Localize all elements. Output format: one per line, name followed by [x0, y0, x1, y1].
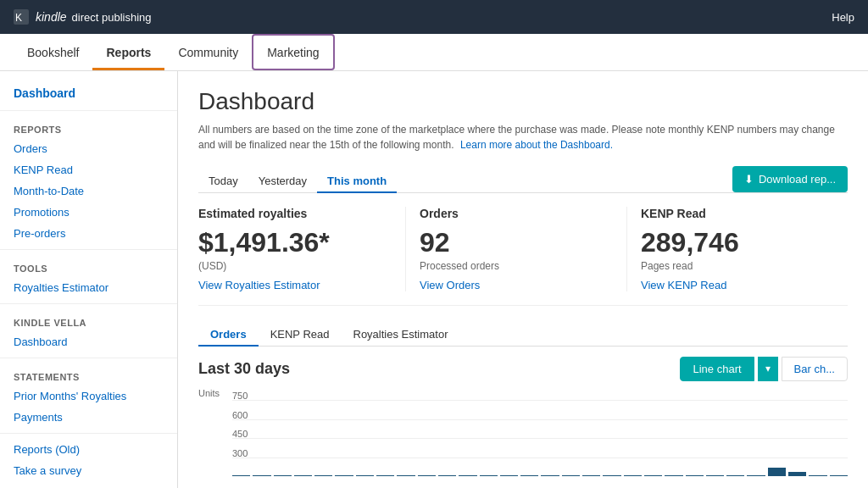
- stat-orders: Orders 92 Processed orders View Orders: [420, 207, 627, 291]
- stat-royalties-link[interactable]: View Royalties Estimator: [198, 279, 320, 291]
- tab-today[interactable]: Today: [198, 169, 248, 192]
- chart-bar-3: [294, 475, 312, 476]
- learn-more-link[interactable]: Learn more about the Dashboard.: [460, 139, 613, 151]
- stat-orders-label: Orders: [420, 207, 613, 220]
- chart-bar-7: [376, 475, 394, 476]
- sidebar: Dashboard REPORTS Orders KENP Read Month…: [0, 71, 178, 488]
- chart-bar-16: [562, 475, 580, 476]
- chart-bar-14: [520, 475, 538, 476]
- chart-tabs: Orders KENP Read Royalties Estimator: [198, 323, 848, 347]
- content-area: Dashboard All numbers are based on the t…: [178, 71, 868, 488]
- stat-kenp-sub: Pages read: [641, 260, 834, 272]
- stat-kenp: KENP Read 289,746 Pages read View KENP R…: [641, 207, 848, 291]
- bars-container: [232, 400, 848, 476]
- download-icon: ⬇: [744, 173, 754, 186]
- stat-kenp-link[interactable]: View KENP Read: [641, 279, 726, 291]
- logo-kindle-text: kindle: [36, 10, 67, 24]
- chart-bar-1: [253, 475, 270, 476]
- kdp-logo: K kindle direct publishing: [14, 9, 152, 25]
- chart-bar-2: [274, 475, 292, 476]
- dropdown-arrow-icon[interactable]: ▾: [758, 357, 778, 381]
- chart-bar-19: [624, 475, 642, 476]
- chart-bar-17: [582, 475, 600, 476]
- time-filter-tabs: Today Yesterday This month: [198, 169, 397, 192]
- chart-bar-18: [603, 475, 620, 476]
- tab-marketing[interactable]: Marketing: [252, 34, 334, 70]
- sidebar-link-preorders[interactable]: Pre-orders: [0, 223, 177, 244]
- chart-bar-25: [747, 475, 765, 476]
- chart-bar-28: [809, 475, 826, 476]
- sidebar-section-vella: KINDLE VELLA: [0, 309, 177, 331]
- nav-tabs: Bookshelf Reports Community Marketing: [0, 34, 868, 71]
- chart-bar-10: [438, 475, 456, 476]
- stat-royalties-value: $1,491.36*: [198, 227, 392, 258]
- stat-orders-link[interactable]: View Orders: [420, 279, 480, 291]
- chart-bar-15: [541, 475, 559, 476]
- sidebar-link-kenp-read[interactable]: KENP Read: [0, 159, 177, 180]
- chart-bar-29: [830, 475, 848, 476]
- chart-bar-9: [418, 475, 436, 476]
- chart-tab-kenp[interactable]: KENP Read: [259, 323, 342, 346]
- sidebar-link-orders[interactable]: Orders: [0, 138, 177, 159]
- chart-bar-23: [706, 475, 724, 476]
- logo-icon: K: [14, 9, 29, 25]
- chart-bar-20: [644, 475, 662, 476]
- chart-title: Last 30 days: [198, 360, 290, 378]
- page-title: Dashboard: [198, 88, 848, 115]
- download-report-button[interactable]: ⬇ Download rep...: [732, 166, 848, 192]
- top-bar: K kindle direct publishing Help: [0, 0, 868, 34]
- stat-royalties: Estimated royalties $1,491.36* (USD) Vie…: [198, 207, 406, 291]
- sidebar-link-month-to-date[interactable]: Month-to-Date: [0, 180, 177, 202]
- sidebar-divider-3: [0, 303, 177, 304]
- main-layout: Dashboard REPORTS Orders KENP Read Month…: [0, 71, 868, 488]
- chart-area: Units 750 600 450 300: [198, 388, 848, 488]
- tab-bookshelf[interactable]: Bookshelf: [14, 34, 92, 70]
- sidebar-link-royalties-estimator[interactable]: Royalties Estimator: [0, 277, 177, 298]
- chart-bar-6: [356, 475, 374, 476]
- chart-bar-27: [788, 472, 806, 476]
- chart-bar-0: [232, 475, 250, 476]
- stat-kenp-label: KENP Read: [641, 207, 834, 220]
- sidebar-active-link[interactable]: Dashboard: [0, 81, 177, 105]
- stats-row: Estimated royalties $1,491.36* (USD) Vie…: [198, 207, 848, 306]
- sidebar-section-tools: TOOLS: [0, 255, 177, 277]
- chart-header: Last 30 days Line chart ▾ Bar ch...: [198, 357, 848, 381]
- sidebar-divider-2: [0, 249, 177, 250]
- chart-section: Orders KENP Read Royalties Estimator Las…: [198, 323, 848, 488]
- tab-yesterday[interactable]: Yesterday: [248, 169, 317, 192]
- stat-royalties-sub: (USD): [198, 260, 392, 272]
- chart-bar-12: [480, 475, 498, 476]
- tab-reports[interactable]: Reports: [92, 34, 164, 70]
- sidebar-divider-5: [0, 433, 177, 434]
- sidebar-link-prior-royalties[interactable]: Prior Months' Royalties: [0, 385, 177, 407]
- help-link[interactable]: Help: [832, 11, 854, 24]
- sidebar-divider-4: [0, 358, 177, 358]
- svg-text:K: K: [15, 12, 22, 24]
- sidebar-link-take-survey[interactable]: Take a survey: [0, 460, 177, 481]
- chart-bar-4: [314, 475, 332, 476]
- chart-type-buttons: Line chart ▾ Bar ch...: [680, 357, 848, 381]
- logo-dp-text: direct publishing: [72, 11, 152, 24]
- bar-chart-button[interactable]: Bar ch...: [782, 357, 848, 381]
- sidebar-link-vella-dashboard[interactable]: Dashboard: [0, 331, 177, 352]
- sidebar-link-payments[interactable]: Payments: [0, 407, 177, 428]
- chart-bar-8: [397, 475, 415, 476]
- line-chart-button[interactable]: Line chart: [680, 357, 754, 381]
- stat-kenp-value: 289,746: [641, 227, 834, 258]
- stat-orders-sub: Processed orders: [420, 260, 613, 272]
- chart-y-label: Units: [198, 388, 848, 398]
- sidebar-section-reports: REPORTS: [0, 116, 177, 138]
- sidebar-link-promotions[interactable]: Promotions: [0, 202, 177, 223]
- chart-tab-orders[interactable]: Orders: [198, 323, 259, 346]
- chart-bar-24: [726, 475, 744, 476]
- chart-bar-21: [665, 475, 682, 476]
- stat-orders-value: 92: [420, 227, 613, 258]
- sidebar-link-reports-old[interactable]: Reports (Old): [0, 439, 177, 460]
- chart-bar-26: [768, 468, 786, 476]
- stat-royalties-label: Estimated royalties: [198, 207, 392, 220]
- chart-tab-royalties-est[interactable]: Royalties Estimator: [342, 323, 460, 346]
- tab-community[interactable]: Community: [164, 34, 252, 70]
- sidebar-divider-1: [0, 110, 177, 111]
- chart-bar-22: [686, 475, 704, 476]
- tab-this-month[interactable]: This month: [317, 169, 397, 192]
